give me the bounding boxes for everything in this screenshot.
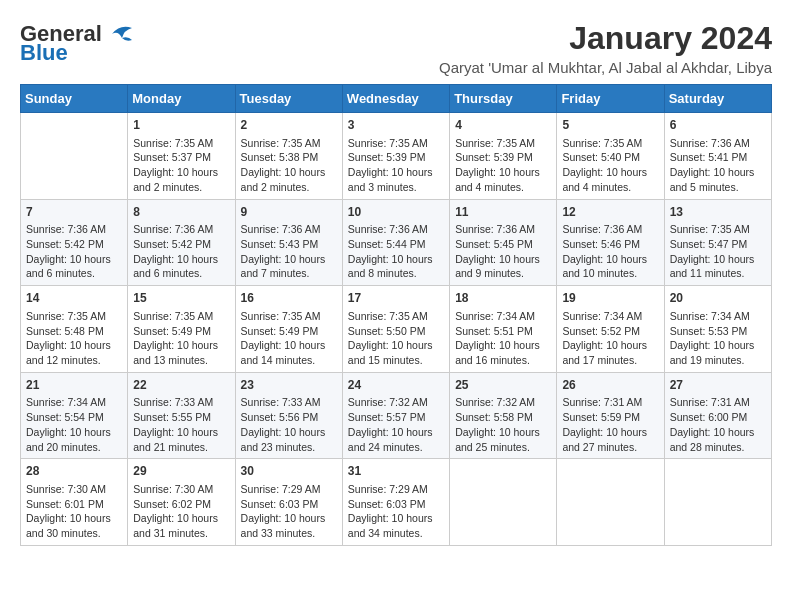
day-info: Sunrise: 7:35 AM Sunset: 5:38 PM Dayligh… xyxy=(241,136,337,195)
day-number: 22 xyxy=(133,377,229,394)
weekday-header-friday: Friday xyxy=(557,85,664,113)
weekday-header-row: SundayMondayTuesdayWednesdayThursdayFrid… xyxy=(21,85,772,113)
calendar-cell: 11Sunrise: 7:36 AM Sunset: 5:45 PM Dayli… xyxy=(450,199,557,286)
day-info: Sunrise: 7:36 AM Sunset: 5:43 PM Dayligh… xyxy=(241,222,337,281)
day-info: Sunrise: 7:31 AM Sunset: 5:59 PM Dayligh… xyxy=(562,395,658,454)
weekday-header-saturday: Saturday xyxy=(664,85,771,113)
calendar-cell: 31Sunrise: 7:29 AM Sunset: 6:03 PM Dayli… xyxy=(342,459,449,546)
calendar-table: SundayMondayTuesdayWednesdayThursdayFrid… xyxy=(20,84,772,546)
day-info: Sunrise: 7:32 AM Sunset: 5:58 PM Dayligh… xyxy=(455,395,551,454)
calendar-cell: 6Sunrise: 7:36 AM Sunset: 5:41 PM Daylig… xyxy=(664,113,771,200)
day-number: 21 xyxy=(26,377,122,394)
calendar-cell: 4Sunrise: 7:35 AM Sunset: 5:39 PM Daylig… xyxy=(450,113,557,200)
day-number: 15 xyxy=(133,290,229,307)
calendar-cell xyxy=(664,459,771,546)
day-info: Sunrise: 7:35 AM Sunset: 5:39 PM Dayligh… xyxy=(455,136,551,195)
day-number: 7 xyxy=(26,204,122,221)
day-number: 26 xyxy=(562,377,658,394)
calendar-cell: 15Sunrise: 7:35 AM Sunset: 5:49 PM Dayli… xyxy=(128,286,235,373)
day-number: 8 xyxy=(133,204,229,221)
day-info: Sunrise: 7:35 AM Sunset: 5:40 PM Dayligh… xyxy=(562,136,658,195)
calendar-cell xyxy=(21,113,128,200)
calendar-cell: 25Sunrise: 7:32 AM Sunset: 5:58 PM Dayli… xyxy=(450,372,557,459)
calendar-week-row: 21Sunrise: 7:34 AM Sunset: 5:54 PM Dayli… xyxy=(21,372,772,459)
calendar-cell: 9Sunrise: 7:36 AM Sunset: 5:43 PM Daylig… xyxy=(235,199,342,286)
day-info: Sunrise: 7:30 AM Sunset: 6:01 PM Dayligh… xyxy=(26,482,122,541)
day-info: Sunrise: 7:36 AM Sunset: 5:42 PM Dayligh… xyxy=(26,222,122,281)
day-info: Sunrise: 7:33 AM Sunset: 5:55 PM Dayligh… xyxy=(133,395,229,454)
logo-bird-icon xyxy=(102,20,138,48)
day-number: 31 xyxy=(348,463,444,480)
calendar-week-row: 7Sunrise: 7:36 AM Sunset: 5:42 PM Daylig… xyxy=(21,199,772,286)
day-info: Sunrise: 7:35 AM Sunset: 5:48 PM Dayligh… xyxy=(26,309,122,368)
calendar-cell: 13Sunrise: 7:35 AM Sunset: 5:47 PM Dayli… xyxy=(664,199,771,286)
day-info: Sunrise: 7:35 AM Sunset: 5:49 PM Dayligh… xyxy=(241,309,337,368)
day-number: 19 xyxy=(562,290,658,307)
day-info: Sunrise: 7:35 AM Sunset: 5:47 PM Dayligh… xyxy=(670,222,766,281)
day-info: Sunrise: 7:30 AM Sunset: 6:02 PM Dayligh… xyxy=(133,482,229,541)
calendar-cell: 27Sunrise: 7:31 AM Sunset: 6:00 PM Dayli… xyxy=(664,372,771,459)
calendar-week-row: 1Sunrise: 7:35 AM Sunset: 5:37 PM Daylig… xyxy=(21,113,772,200)
day-info: Sunrise: 7:34 AM Sunset: 5:52 PM Dayligh… xyxy=(562,309,658,368)
day-info: Sunrise: 7:34 AM Sunset: 5:54 PM Dayligh… xyxy=(26,395,122,454)
day-number: 5 xyxy=(562,117,658,134)
day-info: Sunrise: 7:35 AM Sunset: 5:37 PM Dayligh… xyxy=(133,136,229,195)
calendar-cell xyxy=(450,459,557,546)
day-info: Sunrise: 7:35 AM Sunset: 5:50 PM Dayligh… xyxy=(348,309,444,368)
day-info: Sunrise: 7:35 AM Sunset: 5:49 PM Dayligh… xyxy=(133,309,229,368)
day-number: 4 xyxy=(455,117,551,134)
day-info: Sunrise: 7:31 AM Sunset: 6:00 PM Dayligh… xyxy=(670,395,766,454)
day-number: 25 xyxy=(455,377,551,394)
title-section: January 2024 Qaryat 'Umar al Mukhtar, Al… xyxy=(439,20,772,76)
calendar-week-row: 14Sunrise: 7:35 AM Sunset: 5:48 PM Dayli… xyxy=(21,286,772,373)
calendar-cell: 12Sunrise: 7:36 AM Sunset: 5:46 PM Dayli… xyxy=(557,199,664,286)
day-number: 14 xyxy=(26,290,122,307)
day-number: 12 xyxy=(562,204,658,221)
day-number: 1 xyxy=(133,117,229,134)
day-number: 18 xyxy=(455,290,551,307)
calendar-cell: 14Sunrise: 7:35 AM Sunset: 5:48 PM Dayli… xyxy=(21,286,128,373)
day-number: 10 xyxy=(348,204,444,221)
calendar-cell: 22Sunrise: 7:33 AM Sunset: 5:55 PM Dayli… xyxy=(128,372,235,459)
calendar-cell xyxy=(557,459,664,546)
weekday-header-monday: Monday xyxy=(128,85,235,113)
day-number: 11 xyxy=(455,204,551,221)
calendar-cell: 8Sunrise: 7:36 AM Sunset: 5:42 PM Daylig… xyxy=(128,199,235,286)
page-header: General Blue January 2024 Qaryat 'Umar a… xyxy=(20,20,772,76)
calendar-cell: 1Sunrise: 7:35 AM Sunset: 5:37 PM Daylig… xyxy=(128,113,235,200)
weekday-header-sunday: Sunday xyxy=(21,85,128,113)
calendar-cell: 18Sunrise: 7:34 AM Sunset: 5:51 PM Dayli… xyxy=(450,286,557,373)
day-number: 9 xyxy=(241,204,337,221)
day-number: 29 xyxy=(133,463,229,480)
calendar-cell: 5Sunrise: 7:35 AM Sunset: 5:40 PM Daylig… xyxy=(557,113,664,200)
day-number: 23 xyxy=(241,377,337,394)
day-number: 16 xyxy=(241,290,337,307)
calendar-cell: 24Sunrise: 7:32 AM Sunset: 5:57 PM Dayli… xyxy=(342,372,449,459)
calendar-cell: 20Sunrise: 7:34 AM Sunset: 5:53 PM Dayli… xyxy=(664,286,771,373)
calendar-cell: 26Sunrise: 7:31 AM Sunset: 5:59 PM Dayli… xyxy=(557,372,664,459)
weekday-header-tuesday: Tuesday xyxy=(235,85,342,113)
day-number: 27 xyxy=(670,377,766,394)
day-number: 3 xyxy=(348,117,444,134)
calendar-cell: 28Sunrise: 7:30 AM Sunset: 6:01 PM Dayli… xyxy=(21,459,128,546)
calendar-cell: 29Sunrise: 7:30 AM Sunset: 6:02 PM Dayli… xyxy=(128,459,235,546)
day-number: 2 xyxy=(241,117,337,134)
day-info: Sunrise: 7:34 AM Sunset: 5:53 PM Dayligh… xyxy=(670,309,766,368)
calendar-cell: 30Sunrise: 7:29 AM Sunset: 6:03 PM Dayli… xyxy=(235,459,342,546)
logo-blue: Blue xyxy=(20,40,68,66)
day-info: Sunrise: 7:32 AM Sunset: 5:57 PM Dayligh… xyxy=(348,395,444,454)
day-info: Sunrise: 7:33 AM Sunset: 5:56 PM Dayligh… xyxy=(241,395,337,454)
day-number: 13 xyxy=(670,204,766,221)
day-info: Sunrise: 7:29 AM Sunset: 6:03 PM Dayligh… xyxy=(348,482,444,541)
day-info: Sunrise: 7:34 AM Sunset: 5:51 PM Dayligh… xyxy=(455,309,551,368)
day-info: Sunrise: 7:36 AM Sunset: 5:44 PM Dayligh… xyxy=(348,222,444,281)
calendar-cell: 17Sunrise: 7:35 AM Sunset: 5:50 PM Dayli… xyxy=(342,286,449,373)
calendar-cell: 10Sunrise: 7:36 AM Sunset: 5:44 PM Dayli… xyxy=(342,199,449,286)
day-number: 6 xyxy=(670,117,766,134)
subtitle: Qaryat 'Umar al Mukhtar, Al Jabal al Akh… xyxy=(439,59,772,76)
day-number: 17 xyxy=(348,290,444,307)
calendar-cell: 7Sunrise: 7:36 AM Sunset: 5:42 PM Daylig… xyxy=(21,199,128,286)
day-info: Sunrise: 7:36 AM Sunset: 5:45 PM Dayligh… xyxy=(455,222,551,281)
calendar-cell: 23Sunrise: 7:33 AM Sunset: 5:56 PM Dayli… xyxy=(235,372,342,459)
main-title: January 2024 xyxy=(439,20,772,57)
